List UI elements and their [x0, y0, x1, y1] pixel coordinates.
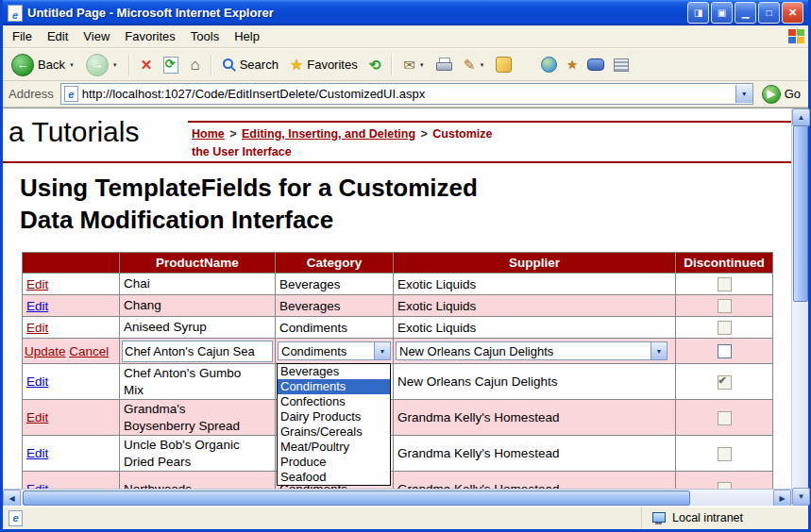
print-icon — [436, 58, 452, 72]
edit-link[interactable]: Edit — [26, 277, 48, 291]
supplier-cell: New Orleans Cajun Delights — [394, 364, 676, 400]
zone-label: Local intranet — [672, 511, 743, 524]
dropdown-option-selected[interactable]: Condiments — [278, 379, 390, 394]
refresh-icon: ⟳ — [163, 57, 178, 74]
scroll-up-button[interactable]: ▲ — [792, 108, 810, 126]
mail-button[interactable]: ✉ ▼ — [398, 54, 430, 76]
close-icon: ✕ — [788, 7, 797, 19]
chevron-down-icon[interactable]: ▼ — [69, 62, 75, 68]
dropdown-option[interactable]: Seafood — [278, 470, 390, 485]
scroll-down-button[interactable]: ▼ — [792, 488, 810, 506]
address-input[interactable]: e http://localhost:1027/Code/EditInsertD… — [60, 83, 753, 105]
chevron-down-icon[interactable]: ▼ — [419, 62, 425, 68]
back-label: Back — [38, 58, 65, 72]
local-intranet-icon — [652, 512, 667, 524]
dropdown-option[interactable]: Meat/Poultry — [278, 440, 390, 455]
cancel-link[interactable]: Cancel — [69, 344, 109, 358]
close-button[interactable]: ✕ — [782, 2, 803, 24]
supplier-cell: Exotic Liquids — [394, 274, 676, 295]
supplier-select[interactable]: New Orleans Cajun Delights ▼ — [396, 341, 667, 360]
edit-page-button[interactable]: ✎ ▼ — [459, 54, 490, 76]
toolbar: ← Back ▼ → ▼ ✕ ⟳ ⌂ Search ★ Favorites ⟲ … — [3, 48, 808, 81]
minimize-icon: ▁ — [742, 8, 750, 18]
refresh-button[interactable]: ⟳ — [159, 54, 183, 76]
breadcrumb-home-link[interactable]: Home — [192, 127, 225, 141]
product-cell: Chef Anton's Gumbo Mix — [120, 364, 276, 400]
minimize-button[interactable]: ▁ — [735, 2, 756, 24]
chevron-down-icon[interactable]: ▼ — [479, 62, 484, 68]
titlebar[interactable]: e Untitled Page - Microsoft Internet Exp… — [3, 0, 808, 25]
back-button[interactable]: ← Back ▼ — [7, 51, 79, 79]
globe-icon[interactable] — [541, 57, 557, 73]
menu-tools[interactable]: Tools — [183, 27, 227, 45]
window-title: Untitled Page - Microsoft Internet Explo… — [27, 6, 683, 20]
menu-favorites[interactable]: Favorites — [117, 27, 182, 45]
menu-file[interactable]: File — [5, 27, 40, 45]
search-button[interactable]: Search — [218, 55, 283, 75]
col-header-discontinued: Discontinued — [676, 253, 773, 274]
security-zone: Local intranet — [643, 507, 808, 529]
search-icon — [223, 58, 236, 72]
dropdown-option[interactable]: Produce — [278, 455, 390, 470]
update-link[interactable]: Update — [25, 344, 66, 358]
edit-link[interactable]: Edit — [26, 446, 48, 460]
edit-link[interactable]: Edit — [26, 374, 48, 389]
breadcrumb-section-link[interactable]: Editing, Inserting, and Deleting — [242, 127, 415, 141]
discontinued-checkbox[interactable] — [718, 344, 732, 358]
menu-edit[interactable]: Edit — [40, 27, 76, 45]
resize-button[interactable]: ◨ — [687, 2, 709, 24]
dropdown-option[interactable]: Dairy Products — [278, 409, 390, 424]
forward-button[interactable]: → ▼ — [81, 51, 123, 79]
chevron-down-icon[interactable]: ▼ — [112, 62, 118, 68]
dropdown-option[interactable]: Confections — [278, 394, 390, 409]
address-dropdown-button[interactable]: ▼ — [735, 85, 752, 103]
toolbar-separator — [211, 55, 212, 75]
go-label: Go — [785, 87, 801, 101]
dropdown-option[interactable]: Beverages — [278, 364, 390, 379]
home-button[interactable]: ⌂ — [185, 53, 204, 77]
product-name-input[interactable] — [122, 341, 273, 362]
scroll-down-icon: ▼ — [798, 492, 805, 501]
table-row: Edit Chang Beverages Exotic Liquids — [23, 295, 773, 317]
chevron-down-icon[interactable]: ▼ — [374, 342, 390, 359]
table-row: Edit Aniseed Syrup Condiments Exotic Liq… — [23, 317, 773, 339]
edit-link[interactable]: Edit — [26, 410, 48, 424]
page-title: Using TemplateFields for a Customized Da… — [20, 173, 534, 237]
category-cell: Beverages — [276, 274, 394, 295]
history-button[interactable]: ⟲ — [364, 54, 386, 76]
chevron-down-icon[interactable]: ▼ — [650, 342, 667, 359]
grid-icon[interactable] — [614, 58, 629, 72]
star-icon[interactable]: ★ — [566, 58, 578, 72]
stop-icon: ✕ — [141, 57, 153, 74]
header-rule-bottom — [3, 161, 791, 163]
supplier-select-value: New Orleans Cajun Delights — [397, 344, 650, 358]
vertical-scrollbar[interactable]: ▲ ▼ — [791, 108, 808, 506]
maximize-button[interactable]: □ — [758, 2, 780, 24]
category-select[interactable]: Condiments ▼ — [278, 341, 391, 360]
edit-link[interactable]: Edit — [26, 321, 48, 335]
ie-page-icon: e — [8, 5, 23, 22]
edit-link[interactable]: Edit — [26, 299, 48, 313]
horizontal-scroll-track[interactable] — [21, 490, 773, 506]
favorites-button[interactable]: ★ Favorites — [285, 53, 363, 76]
scroll-right-button[interactable]: ▶ — [773, 490, 791, 506]
pencil-icon: ✎ — [464, 57, 476, 74]
dropdown-option[interactable]: Grains/Cereals — [278, 424, 390, 440]
stop-button[interactable]: ✕ — [136, 54, 158, 76]
scroll-left-button[interactable]: ◀ — [3, 490, 21, 506]
ie-page-icon: e — [64, 86, 78, 102]
browser-window: e Untitled Page - Microsoft Internet Exp… — [0, 0, 811, 532]
table-row: Edit Chai Beverages Exotic Liquids — [23, 274, 773, 295]
address-bar: Address e http://localhost:1027/Code/Edi… — [3, 81, 808, 108]
menu-view[interactable]: View — [76, 27, 117, 45]
menu-help[interactable]: Help — [227, 27, 267, 45]
restore-button[interactable]: ▣ — [711, 2, 733, 24]
binoculars-icon[interactable] — [587, 58, 604, 71]
address-url[interactable]: http://localhost:1027/Code/EditInsertDel… — [82, 87, 732, 101]
messenger-button[interactable] — [491, 54, 516, 75]
vertical-scroll-thumb[interactable] — [793, 125, 808, 302]
horizontal-scroll-thumb[interactable] — [23, 490, 690, 506]
horizontal-scrollbar[interactable]: ◀ ▶ — [3, 489, 791, 506]
print-button[interactable] — [431, 55, 457, 75]
go-button[interactable]: ▶ Go — [758, 85, 804, 104]
